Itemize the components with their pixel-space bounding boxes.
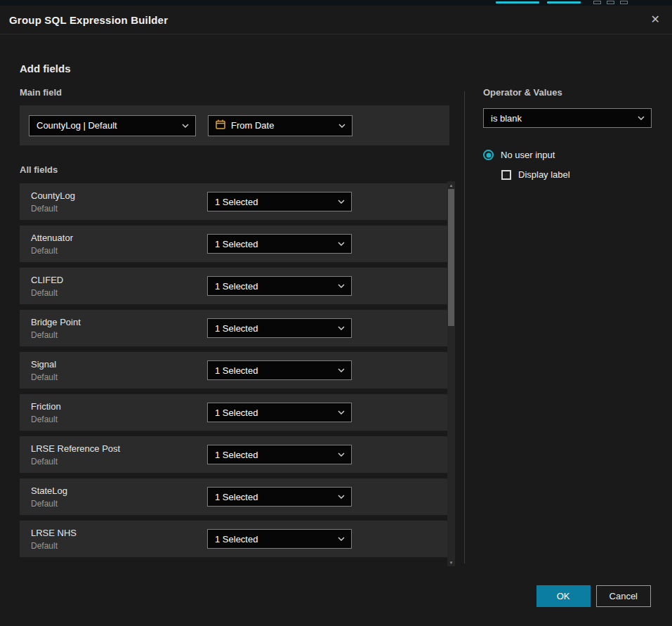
column-divider: [464, 91, 465, 563]
main-field-label: Main field: [20, 87, 449, 98]
chevron-down-icon: [338, 368, 345, 372]
field-selected-value: 1 Selected: [215, 365, 258, 376]
all-fields-label: All fields: [20, 164, 449, 175]
fields-column: Main field CountyLog | Default: [20, 87, 449, 563]
field-selected-value: 1 Selected: [215, 281, 258, 292]
field-selected-value: 1 Selected: [215, 197, 258, 207]
operator-values-heading: Operator & Values: [483, 87, 652, 98]
field-selected-value: 1 Selected: [215, 534, 258, 545]
field-row: StateLog Default 1 Selected: [20, 478, 449, 515]
dialog-content: Add fields Main field CountyLog | Defaul…: [0, 34, 672, 626]
field-selected-dropdown[interactable]: 1 Selected: [207, 360, 352, 380]
field-row: Friction Default 1 Selected: [20, 394, 449, 431]
field-selected-value: 1 Selected: [215, 407, 258, 418]
field-selected-dropdown[interactable]: 1 Selected: [207, 234, 352, 254]
field-row: Signal Default 1 Selected: [20, 352, 449, 389]
operator-dropdown-value: is blank: [491, 113, 522, 124]
dialog-title: Group SQL Expression Builder: [9, 14, 168, 26]
background-ui-fragment: [547, 1, 581, 4]
main-layer-dropdown[interactable]: CountyLog | Default: [29, 115, 196, 136]
field-selected-value: 1 Selected: [215, 450, 258, 460]
main-date-field-value: From Date: [231, 120, 274, 131]
chevron-down-icon: [638, 116, 645, 120]
chevron-down-icon: [182, 124, 189, 128]
background-ui-fragment: [593, 1, 601, 4]
add-fields-heading: Add fields: [20, 63, 71, 74]
main-layer-dropdown-value: CountyLog | Default: [37, 120, 117, 131]
close-icon[interactable]: ✕: [651, 14, 660, 25]
chevron-down-icon: [338, 537, 345, 541]
dialog-footer: OK Cancel: [536, 585, 651, 607]
background-ui-fragment: [620, 1, 628, 4]
field-row: CLIFED Default 1 Selected: [20, 268, 449, 304]
field-selected-dropdown[interactable]: 1 Selected: [207, 276, 352, 296]
dialog-header: Group SQL Expression Builder ✕: [0, 6, 672, 34]
display-label-checkbox-option[interactable]: Display label: [501, 169, 652, 180]
scrollbar[interactable]: ▲ ▼: [447, 181, 455, 566]
field-selected-value: 1 Selected: [215, 323, 258, 334]
operator-values-column: Operator & Values is blank No user input…: [483, 87, 652, 180]
field-selected-value: 1 Selected: [215, 239, 258, 249]
chevron-down-icon: [338, 242, 345, 246]
chevron-down-icon: [338, 124, 345, 128]
screen: Group SQL Expression Builder ✕ Add field…: [0, 0, 672, 626]
field-selected-dropdown[interactable]: 1 Selected: [207, 445, 352, 464]
field-selected-dropdown[interactable]: 1 Selected: [207, 318, 352, 338]
no-user-input-radio-option[interactable]: No user input: [483, 150, 652, 160]
scrollbar-thumb[interactable]: [448, 189, 454, 326]
all-fields-list: CountyLog Default 1 Selected Attenuator …: [20, 183, 449, 557]
chevron-down-icon: [338, 452, 345, 457]
background-ui-fragment: [607, 1, 614, 4]
chevron-down-icon: [338, 326, 345, 330]
chevron-down-icon: [338, 410, 345, 415]
field-row: Attenuator Default 1 Selected: [20, 226, 449, 262]
main-field-panel: CountyLog | Default From Date: [20, 105, 449, 145]
chevron-down-icon: [338, 495, 345, 499]
radio-selected-icon[interactable]: [483, 150, 494, 160]
field-selected-dropdown[interactable]: 1 Selected: [207, 487, 352, 507]
checkbox-unchecked-icon[interactable]: [501, 170, 511, 180]
scrollbar-down-arrow-icon[interactable]: ▼: [447, 559, 455, 566]
background-ui-fragment: [496, 1, 539, 4]
dialog-group-sql-expression-builder: Group SQL Expression Builder ✕ Add field…: [0, 6, 672, 626]
field-row: CountyLog Default 1 Selected: [20, 183, 449, 220]
field-selected-dropdown[interactable]: 1 Selected: [207, 529, 352, 549]
scrollbar-up-arrow-icon[interactable]: ▲: [447, 181, 455, 189]
main-date-field-dropdown[interactable]: From Date: [208, 115, 353, 136]
calendar-icon: [216, 119, 225, 131]
chevron-down-icon: [338, 200, 345, 204]
field-selected-value: 1 Selected: [215, 492, 258, 502]
field-row: LRSE Reference Post Default 1 Selected: [20, 436, 449, 473]
background-app-strip: [0, 0, 672, 6]
field-selected-dropdown[interactable]: 1 Selected: [207, 192, 352, 211]
no-user-input-label: No user input: [501, 150, 555, 160]
chevron-down-icon: [338, 284, 345, 288]
cancel-button[interactable]: Cancel: [596, 585, 651, 607]
field-selected-dropdown[interactable]: 1 Selected: [207, 403, 352, 422]
display-label-label: Display label: [518, 169, 570, 180]
field-row: LRSE NHS Default 1 Selected: [20, 521, 449, 557]
operator-dropdown[interactable]: is blank: [483, 108, 652, 128]
field-row: Bridge Point Default 1 Selected: [20, 310, 449, 346]
ok-button[interactable]: OK: [536, 585, 591, 607]
